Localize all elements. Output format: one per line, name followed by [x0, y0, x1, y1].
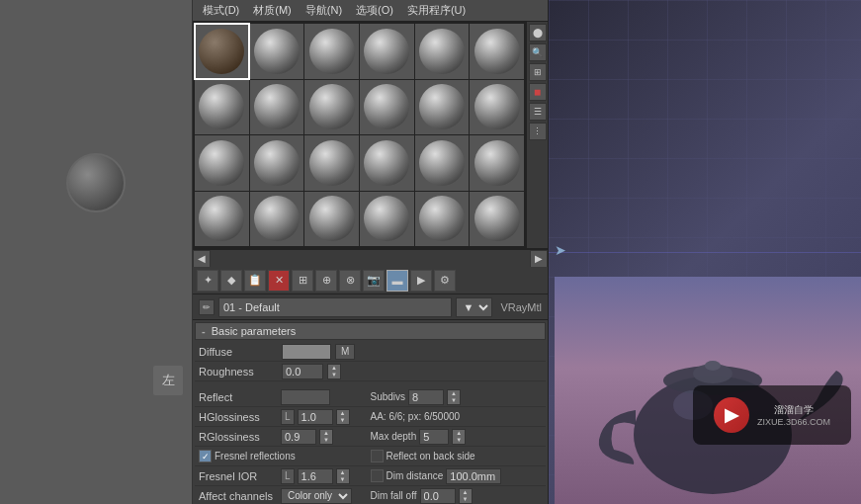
dimdist-input[interactable] [446, 468, 501, 484]
subdivs-spinner[interactable]: ▲ ▼ [447, 389, 461, 405]
dimdist-checkbox[interactable] [371, 469, 384, 482]
mat-cell-8[interactable] [304, 80, 359, 135]
mat-cell-13[interactable] [250, 135, 304, 191]
icon-btn-remove[interactable]: ⊗ [339, 270, 361, 292]
dimfall-spinner[interactable]: ▲ ▼ [459, 488, 473, 504]
menu-options[interactable]: 选项(O) [350, 2, 399, 19]
fresnelior-down[interactable]: ▼ [337, 476, 349, 483]
reflect-col: Reflect [199, 389, 371, 405]
mat-cell-7[interactable] [250, 80, 304, 135]
fresnel-checkbox[interactable] [199, 450, 212, 462]
mat-cell-4[interactable] [415, 24, 470, 79]
roughness-label: Roughness [199, 366, 278, 378]
mat-cell-22[interactable] [415, 192, 470, 247]
mat-cell-9[interactable] [360, 80, 414, 135]
icon-btn-active[interactable]: ▬ [387, 270, 408, 292]
section-header-basic[interactable]: - Basic parameters [195, 322, 546, 340]
param-row-diffuse: Diffuse M [195, 342, 546, 362]
mat-cell-16[interactable] [415, 135, 470, 191]
mat-cell-5[interactable] [470, 24, 524, 79]
maxdepth-down[interactable]: ▼ [453, 437, 465, 444]
dimfall-input[interactable] [420, 488, 456, 504]
maxdepth-input[interactable] [419, 429, 449, 445]
mat-name-dropdown[interactable]: ▼ [456, 297, 492, 317]
fresnelior-spinner[interactable]: ▲ ▼ [336, 468, 350, 484]
mat-tool-dots[interactable]: ⋮ [529, 123, 547, 140]
hglossiness-up[interactable]: ▲ [337, 410, 349, 417]
dimfall-down[interactable]: ▼ [460, 496, 472, 503]
icon-btn-grid2[interactable]: ⊞ [292, 270, 313, 292]
hglossiness-input[interactable] [298, 409, 333, 425]
subdivs-input[interactable] [408, 389, 444, 405]
menu-navigation[interactable]: 导航(N) [300, 2, 348, 19]
param-row-hgloss-aa: HGlossiness L ▲ ▼ AA: 6/6; px: 6/50000 [195, 407, 546, 427]
menu-utilities[interactable]: 实用程序(U) [401, 2, 472, 19]
diffuse-color-swatch[interactable] [282, 344, 331, 360]
mat-name-icon[interactable]: ✏ [199, 299, 215, 315]
roughness-up[interactable]: ▲ [328, 365, 340, 372]
mat-cell-19[interactable] [250, 192, 304, 247]
mat-cell-18[interactable] [195, 192, 249, 247]
mat-name-input[interactable] [218, 297, 452, 317]
icon-btn-clone[interactable]: ◆ [220, 270, 242, 292]
roughness-down[interactable]: ▼ [328, 372, 340, 378]
icon-btn-new[interactable]: ✦ [197, 270, 218, 292]
mat-sphere-11 [474, 84, 520, 129]
rglossiness-up[interactable]: ▲ [320, 430, 332, 437]
subdivs-up[interactable]: ▲ [448, 390, 460, 397]
mat-cell-6[interactable] [195, 80, 249, 135]
mat-cell-21[interactable] [360, 192, 414, 247]
icon-btn-paste[interactable]: 📋 [244, 270, 266, 292]
teapot-area: ▶ 溜溜自学 ZIXUE.3D66.COM [555, 277, 861, 504]
roughness-spinner[interactable]: ▲ ▼ [327, 364, 341, 379]
diffuse-m-button[interactable]: M [335, 344, 355, 360]
mat-cell-0[interactable] [195, 24, 249, 79]
subdivs-down[interactable]: ▼ [448, 397, 460, 404]
mat-tool-search[interactable]: 🔍 [529, 43, 547, 61]
mat-cell-11[interactable] [470, 80, 524, 135]
icon-btn-delete[interactable]: ✕ [268, 270, 290, 292]
subdivs-col: Subdivs ▲ ▼ [371, 389, 543, 405]
menu-mode[interactable]: 模式(D) [197, 2, 245, 19]
mat-cell-17[interactable] [470, 135, 524, 191]
mat-cell-20[interactable] [304, 192, 359, 247]
icon-btn-settings[interactable]: ⚙ [434, 270, 456, 292]
affect-select[interactable]: Color only [281, 488, 352, 504]
mat-cell-2[interactable] [304, 24, 359, 79]
diffuse-label: Diffuse [199, 346, 278, 358]
mat-cell-3[interactable] [360, 24, 414, 79]
rglossiness-spinner[interactable]: ▲ ▼ [319, 429, 333, 445]
reflectback-label: Reflect on back side [387, 451, 475, 462]
affect-col: Affect channels Color only [199, 488, 371, 504]
icon-btn-play[interactable]: ▶ [410, 270, 432, 292]
hglossiness-spinner[interactable]: ▲ ▼ [336, 409, 350, 425]
mat-cell-10[interactable] [415, 80, 470, 135]
mat-tool-circle[interactable]: ⬤ [529, 24, 547, 42]
reflectback-checkbox[interactable] [371, 450, 384, 462]
maxdepth-spinner[interactable]: ▲ ▼ [452, 429, 466, 445]
hglossiness-down[interactable]: ▼ [337, 417, 349, 424]
roughness-input[interactable] [282, 364, 323, 379]
rglossiness-input[interactable] [281, 429, 316, 445]
mat-cell-14[interactable] [304, 135, 359, 191]
reflect-color-swatch[interactable] [281, 389, 330, 405]
mat-cell-15[interactable] [360, 135, 414, 191]
fresnelior-up[interactable]: ▲ [337, 469, 349, 476]
mat-cell-1[interactable] [250, 24, 304, 79]
menu-material[interactable]: 材质(M) [247, 2, 298, 19]
viewport-arrow-left: ➤ [555, 242, 566, 258]
dimfall-up[interactable]: ▲ [460, 489, 472, 496]
mat-cell-23[interactable] [470, 192, 524, 247]
grid-nav-left[interactable]: ◀ [193, 250, 211, 268]
mat-cell-12[interactable] [195, 135, 249, 191]
watermark: ▶ 溜溜自学 ZIXUE.3D66.COM [693, 385, 851, 445]
rglossiness-down[interactable]: ▼ [320, 437, 332, 444]
grid-nav-right[interactable]: ▶ [530, 250, 548, 268]
icon-btn-camera[interactable]: 📷 [363, 270, 385, 292]
mat-tool-color[interactable]: ◼ [529, 83, 547, 101]
fresnelior-input[interactable] [298, 468, 333, 484]
mat-tool-options[interactable]: ☰ [529, 103, 547, 121]
maxdepth-up[interactable]: ▲ [453, 430, 465, 437]
mat-tool-grid[interactable]: ⊞ [529, 63, 547, 81]
icon-btn-assign[interactable]: ⊕ [315, 270, 337, 292]
